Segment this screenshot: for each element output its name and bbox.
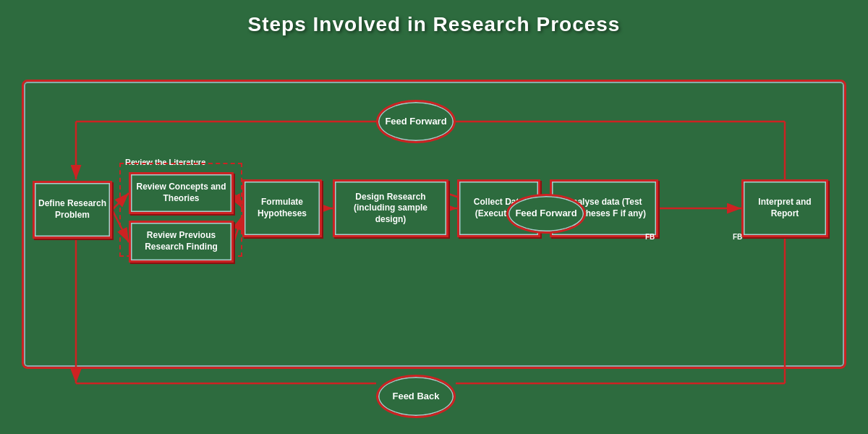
oval-feed-forward-mid: Feed Forward [506,194,586,234]
node-design: Design Research (including sample design… [333,179,448,237]
page-title: Steps Involved in Research Process [0,0,868,36]
node-formulate: Formulate Hypotheses [242,179,322,237]
fb-label-2: FB [733,233,742,241]
node-interpret: Interpret and Report [741,179,828,237]
node-concepts: Review Concepts and Theories [129,172,234,214]
oval-feed-forward-top: Feed Forward [376,100,456,143]
node-previous: Review Previous Research Finding [129,221,234,263]
diagram: Define Research Problem Review the Liter… [22,51,846,412]
fb-label-1: FB [645,233,655,241]
oval-feed-back: Feed Back [376,375,456,418]
node-define: Define Research Problem [33,181,112,239]
